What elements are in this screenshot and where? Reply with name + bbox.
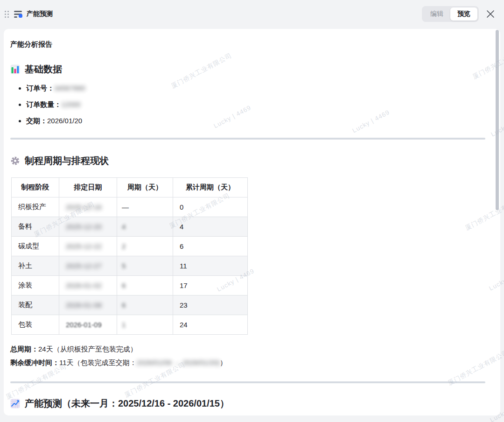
table-row: 装配 2026-01-08 6 23 [12, 295, 248, 315]
document-list-icon [14, 10, 22, 18]
gear-icon [10, 156, 20, 166]
cell-date: 2025-12-20 [59, 217, 117, 237]
summary-buffer-suffix: ） [220, 359, 227, 366]
process-table: 制程阶段 排定日期 周期（天） 累计周期（天） 织板投产 2025-12-16 … [11, 177, 248, 335]
cell-cycle: — [117, 197, 173, 217]
cell-cumulative: 6 [173, 237, 248, 256]
section-heading-text: 产能预测（未来一月：2025/12/16 - 2026/01/15） [25, 397, 229, 410]
cell-stage: 装配 [12, 295, 59, 315]
cell-date: 2026-01-02 [59, 276, 117, 295]
section-heading-basic-data: 基础数据 [10, 63, 497, 76]
table-header-row: 制程阶段 排定日期 周期（天） 累计周期（天） [12, 178, 248, 197]
edit-preview-segmented-control: 编辑 预览 [422, 6, 479, 22]
basic-data-list: 订单号：34567890 订单数量：12000 交期：2026/01/20 [7, 83, 497, 126]
section-heading-text: 基础数据 [25, 63, 62, 76]
cell-date: 2025-12-22 [59, 237, 117, 256]
table-row: 补土 2025-12-27 5 11 [12, 256, 248, 276]
bar-chart-icon [10, 64, 20, 74]
preview-tab-button[interactable]: 预览 [450, 7, 477, 21]
cell-cumulative: 23 [173, 295, 248, 315]
list-item-order-qty: 订单数量：12000 [26, 99, 497, 109]
cell-date: 2026-01-09 [59, 315, 117, 335]
cell-date: 2025-12-16 [59, 197, 117, 217]
list-item-order-no: 订单号：34567890 [26, 83, 497, 93]
cell-cumulative: 24 [173, 315, 248, 335]
table-row: 包装 2026-01-09 1 24 [12, 315, 248, 335]
edit-tab-button[interactable]: 编辑 [423, 7, 450, 21]
col-header-cumulative: 累计周期（天） [173, 178, 248, 197]
table-row: 织板投产 2025-12-16 — 0 [12, 197, 248, 217]
section-heading-forecast: 产能预测（未来一月：2025/12/16 - 2026/01/15） [10, 397, 497, 410]
cell-stage: 包装 [12, 315, 59, 335]
field-label: 订单号： [26, 84, 54, 92]
topbar: 产能预测 编辑 预览 [0, 0, 504, 28]
summary-buffer-prefix: 11天（包装完成至交期： [59, 359, 137, 366]
field-value: 2026/01/20 [47, 117, 82, 125]
cell-stage: 补土 [12, 256, 59, 276]
report-title: 产能分析报告 [10, 40, 497, 49]
cell-stage: 织板投产 [12, 197, 59, 217]
col-header-cycle: 周期（天） [117, 178, 173, 197]
field-label: 订单数量： [26, 100, 61, 108]
scrollbar-thumb[interactable] [496, 30, 499, 210]
cell-date: 2025-12-27 [59, 256, 117, 276]
table-row: 碳成型 2025-12-22 2 6 [12, 237, 248, 256]
col-header-date: 排定日期 [59, 178, 117, 197]
cell-cumulative: 11 [173, 256, 248, 276]
cell-cycle: 2 [117, 237, 173, 256]
section-divider [10, 138, 485, 140]
section-heading-process-cycle: 制程周期与排程现状 [10, 155, 497, 167]
cell-stage: 备料 [12, 217, 59, 237]
cell-cumulative: 4 [173, 217, 248, 237]
cell-cycle: 6 [117, 276, 173, 295]
field-label: 交期： [26, 117, 47, 125]
cycle-summary: 总周期：24天（从织板投产至包装完成） 剩余缓冲时间：11天（包装完成至交期：2… [10, 342, 497, 369]
table-row: 涂装 2026-01-02 6 17 [12, 276, 248, 295]
masked-value: 12000 [61, 99, 81, 109]
summary-buffer-label: 剩余缓冲时间： [10, 359, 59, 366]
close-icon[interactable] [485, 8, 497, 20]
cell-cycle: 5 [117, 256, 173, 276]
page-title: 产能预测 [27, 10, 53, 18]
cell-cumulative: 0 [173, 197, 248, 217]
cell-cycle: 6 [117, 295, 173, 315]
section-heading-text: 制程周期与排程现状 [25, 155, 109, 167]
masked-value: 34567890 [54, 83, 85, 93]
cell-date: 2026-01-08 [59, 295, 117, 315]
cell-stage: 涂装 [12, 276, 59, 295]
cell-cumulative: 17 [173, 276, 248, 295]
drag-handle-icon[interactable] [4, 10, 10, 19]
section-divider [10, 381, 485, 383]
summary-total-text: 24天（从织板投产至包装完成） [38, 345, 137, 353]
list-item-due-date: 交期：2026/01/20 [26, 116, 497, 126]
col-header-stage: 制程阶段 [12, 178, 59, 197]
chart-increasing-icon [10, 399, 20, 408]
cell-cycle: 1 [117, 315, 173, 335]
cell-cycle: 4 [117, 217, 173, 237]
cell-stage: 碳成型 [12, 237, 59, 256]
app-window: { "topbar": { "title": "产能预测", "edit_lab… [0, 0, 504, 422]
masked-date-range: 2026/01/09 → 2026/01/20) [137, 356, 220, 369]
table-row: 备料 2025-12-20 4 4 [12, 217, 248, 237]
summary-total-label: 总周期： [10, 345, 38, 353]
report-card: 产能分析报告 基础数据 订单号：34567890 订单数量：12000 交期：2… [4, 29, 500, 415]
